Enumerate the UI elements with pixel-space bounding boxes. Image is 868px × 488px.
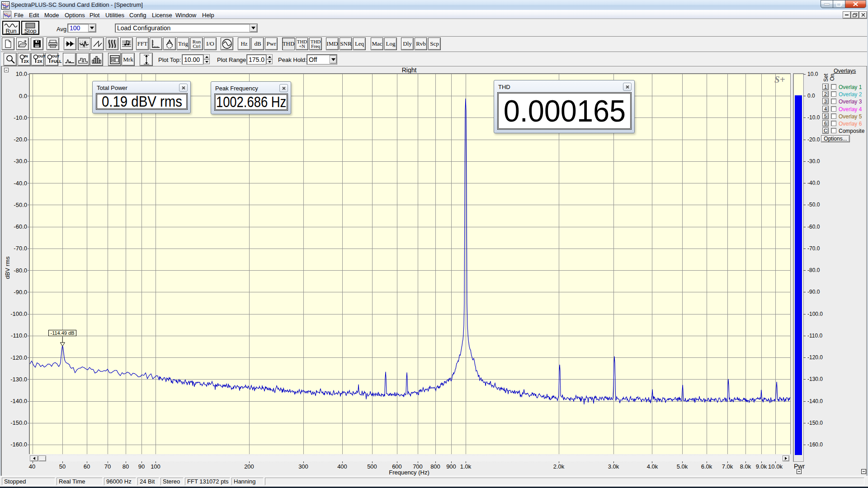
svg-text:SC: SC [3, 6, 7, 9]
